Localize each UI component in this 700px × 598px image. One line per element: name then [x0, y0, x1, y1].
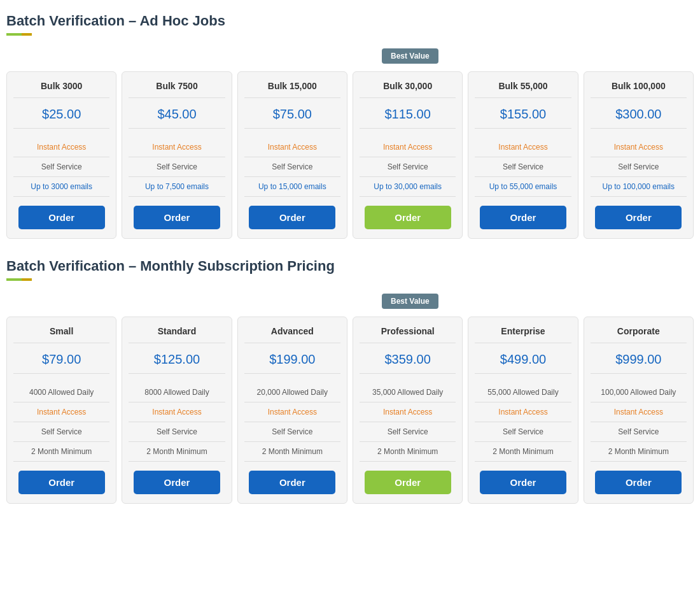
card-instant-access: Instant Access	[475, 138, 571, 157]
section-adhoc-divider	[6, 33, 32, 36]
card-title: Bulk 3000	[13, 81, 109, 98]
subscription-card-0: Small $79.00 4000 Allowed Daily Instant …	[6, 317, 116, 504]
card-price: $155.00	[475, 107, 571, 129]
card-price: $125.00	[129, 352, 225, 374]
adhoc-card-5: Bulk 100,000 $300.00 Instant Access Self…	[584, 71, 694, 239]
section-subscription-title: Batch Verification – Monthly Subscriptio…	[6, 258, 694, 274]
card-title: Bulk 15,000	[244, 81, 340, 98]
order-button[interactable]: Order	[480, 471, 566, 494]
card-self-service: Self Service	[129, 422, 225, 442]
best-value-badge-adhoc: Best Value	[382, 48, 438, 64]
subscription-card-2: Advanced $199.00 20,000 Allowed Daily In…	[237, 317, 347, 504]
order-button[interactable]: Order	[18, 471, 105, 494]
order-button[interactable]: Order	[480, 206, 566, 229]
card-title: Advanced	[244, 326, 340, 343]
order-button[interactable]: Order	[595, 471, 682, 494]
card-emails: Up to 3000 emails	[13, 177, 109, 197]
order-button[interactable]: Order	[249, 206, 335, 229]
card-allowed-daily: 4000 Allowed Daily	[13, 383, 109, 402]
card-emails: Up to 30,000 emails	[360, 177, 456, 197]
card-instant-access: Instant Access	[129, 138, 225, 157]
card-price: $300.00	[591, 107, 687, 129]
card-instant-access: Instant Access	[360, 402, 456, 422]
card-price: $45.00	[129, 107, 225, 129]
card-instant-access: Instant Access	[244, 138, 340, 157]
card-instant-access: Instant Access	[129, 402, 225, 422]
order-button[interactable]: Order	[134, 471, 220, 494]
card-instant-access: Instant Access	[360, 138, 456, 157]
card-instant-access: Instant Access	[244, 402, 340, 422]
card-title: Small	[13, 326, 109, 343]
card-title: Standard	[129, 326, 225, 343]
card-price: $499.00	[475, 352, 571, 374]
card-month-minimum: 2 Month Minimum	[244, 442, 340, 462]
order-button[interactable]: Order	[134, 206, 220, 229]
card-month-minimum: 2 Month Minimum	[13, 442, 109, 462]
card-allowed-daily: 100,000 Allowed Daily	[591, 383, 687, 402]
card-price: $79.00	[13, 352, 109, 374]
card-instant-access: Instant Access	[13, 402, 109, 422]
card-title: Bulk 30,000	[360, 81, 456, 98]
card-self-service: Self Service	[129, 157, 225, 177]
card-title: Enterprise	[475, 326, 571, 343]
card-price: $359.00	[360, 352, 456, 374]
adhoc-card-0: Bulk 3000 $25.00 Instant Access Self Ser…	[6, 71, 116, 239]
card-title: Corporate	[591, 326, 687, 343]
card-allowed-daily: 20,000 Allowed Daily	[244, 383, 340, 402]
card-price: $115.00	[360, 107, 456, 129]
card-self-service: Self Service	[475, 422, 571, 442]
order-button[interactable]: Order	[18, 206, 105, 229]
card-self-service: Self Service	[360, 157, 456, 177]
card-self-service: Self Service	[244, 422, 340, 442]
card-price: $999.00	[591, 352, 687, 374]
subscription-card-5: Corporate $999.00 100,000 Allowed Daily …	[584, 317, 694, 504]
card-month-minimum: 2 Month Minimum	[475, 442, 571, 462]
best-value-badge-subscription: Best Value	[382, 294, 438, 309]
card-price: $199.00	[244, 352, 340, 374]
order-button[interactable]: Order	[365, 471, 451, 494]
adhoc-card-3: Bulk 30,000 $115.00 Instant Access Self …	[353, 71, 463, 239]
subscription-cards-wrapper: Best Value Small $79.00 4000 Allowed Dai…	[6, 294, 694, 504]
card-month-minimum: 2 Month Minimum	[129, 442, 225, 462]
card-self-service: Self Service	[475, 157, 571, 177]
card-self-service: Self Service	[244, 157, 340, 177]
adhoc-cards-grid: Bulk 3000 $25.00 Instant Access Self Ser…	[6, 71, 694, 239]
card-month-minimum: 2 Month Minimum	[591, 442, 687, 462]
card-self-service: Self Service	[360, 422, 456, 442]
card-instant-access: Instant Access	[13, 138, 109, 157]
adhoc-cards-wrapper: Best Value Bulk 3000 $25.00 Instant Acce…	[6, 48, 694, 239]
card-self-service: Self Service	[591, 157, 687, 177]
card-title: Bulk 55,000	[475, 81, 571, 98]
section-subscription: Batch Verification – Monthly Subscriptio…	[6, 258, 694, 504]
card-month-minimum: 2 Month Minimum	[360, 442, 456, 462]
section-adhoc: Batch Verification – Ad Hoc Jobs Best Va…	[6, 13, 694, 239]
card-title: Bulk 100,000	[591, 81, 687, 98]
card-allowed-daily: 35,000 Allowed Daily	[360, 383, 456, 402]
section-subscription-divider	[6, 278, 32, 281]
section-adhoc-title: Batch Verification – Ad Hoc Jobs	[6, 13, 694, 29]
subscription-card-3: Professional $359.00 35,000 Allowed Dail…	[353, 317, 463, 504]
adhoc-card-1: Bulk 7500 $45.00 Instant Access Self Ser…	[122, 71, 232, 239]
card-price: $25.00	[13, 107, 109, 129]
card-title: Bulk 7500	[129, 81, 225, 98]
card-allowed-daily: 8000 Allowed Daily	[129, 383, 225, 402]
order-button[interactable]: Order	[249, 471, 335, 494]
card-self-service: Self Service	[591, 422, 687, 442]
order-button[interactable]: Order	[365, 206, 451, 229]
card-price: $75.00	[244, 107, 340, 129]
card-emails: Up to 100,000 emails	[591, 177, 687, 197]
order-button[interactable]: Order	[595, 206, 682, 229]
card-emails: Up to 7,500 emails	[129, 177, 225, 197]
card-instant-access: Instant Access	[591, 138, 687, 157]
card-emails: Up to 55,000 emails	[475, 177, 571, 197]
subscription-card-1: Standard $125.00 8000 Allowed Daily Inst…	[122, 317, 232, 504]
subscription-cards-grid: Small $79.00 4000 Allowed Daily Instant …	[6, 317, 694, 504]
card-emails: Up to 15,000 emails	[244, 177, 340, 197]
adhoc-card-4: Bulk 55,000 $155.00 Instant Access Self …	[468, 71, 578, 239]
card-self-service: Self Service	[13, 422, 109, 442]
card-allowed-daily: 55,000 Allowed Daily	[475, 383, 571, 402]
card-instant-access: Instant Access	[475, 402, 571, 422]
card-self-service: Self Service	[13, 157, 109, 177]
adhoc-card-2: Bulk 15,000 $75.00 Instant Access Self S…	[237, 71, 347, 239]
card-title: Professional	[360, 326, 456, 343]
